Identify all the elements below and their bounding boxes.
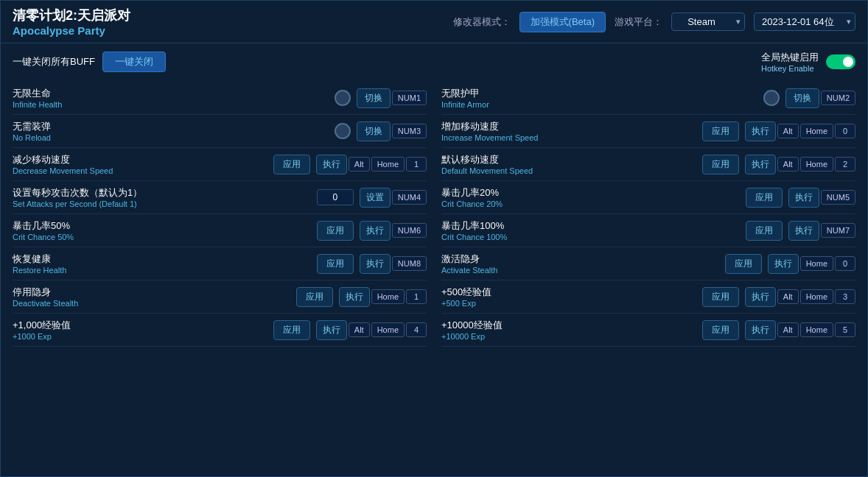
key-num1: NUM1 bbox=[392, 91, 427, 105]
attacks-input[interactable] bbox=[317, 189, 354, 205]
title-main: 清零计划2:天启派对 bbox=[13, 7, 130, 24]
feature-name-exp-10000: +10000经验值 +10000 Exp bbox=[441, 319, 696, 341]
exec-btn-restore-health[interactable]: 执行 bbox=[360, 254, 391, 274]
key-num5: NUM5 bbox=[821, 190, 855, 205]
content-area: 一键关闭所有BUFF 一键关闭 全局热键启用 Hotkey Enable 无限生… bbox=[1, 43, 867, 476]
apply-btn-exp-500[interactable]: 应用 bbox=[702, 287, 739, 307]
key-num2: NUM2 bbox=[821, 91, 855, 105]
key-group-deactivate-stealth: 执行 Home 1 bbox=[339, 287, 427, 307]
apply-btn-default-speed[interactable]: 应用 bbox=[702, 155, 739, 174]
key-group-activate-stealth: 执行 Home 0 bbox=[768, 254, 855, 274]
switch-btn-no-reload[interactable]: 切换 bbox=[357, 121, 391, 141]
exec-btn-default-speed[interactable]: 执行 bbox=[745, 155, 776, 174]
exec-btn-exp-500[interactable]: 执行 bbox=[745, 287, 776, 307]
global-controls: 一键关闭所有BUFF 一键关闭 全局热键启用 Hotkey Enable bbox=[13, 51, 855, 73]
key-home-is: Home bbox=[800, 124, 833, 138]
feature-name-activate-stealth: 激活隐身 Activate Stealth bbox=[441, 252, 719, 275]
key-group-no-reload: 切换 NUM3 bbox=[357, 121, 427, 141]
feature-activate-stealth: 激活隐身 Activate Stealth 应用 执行 Home 0 bbox=[441, 247, 855, 280]
toggle-no-reload[interactable] bbox=[335, 123, 351, 139]
mode-label: 修改器模式： bbox=[453, 15, 511, 29]
key-home-e100: Home bbox=[800, 322, 833, 337]
feature-crit-50: 暴击几率50% Crit Chance 50% 应用 执行 NUM6 bbox=[13, 214, 427, 247]
key-group-exp-500: 执行 Alt Home 3 bbox=[745, 287, 855, 307]
mode-button[interactable]: 加强模式(Beta) bbox=[519, 12, 606, 32]
key-group-crit-100: 执行 NUM7 bbox=[788, 221, 855, 241]
toggle-infinite-health[interactable] bbox=[335, 90, 351, 106]
key-home-e5: Home bbox=[800, 289, 833, 304]
exec-btn-deactivate-stealth[interactable]: 执行 bbox=[339, 287, 370, 307]
key-num7: NUM7 bbox=[821, 223, 855, 238]
key-group-exp-1000: 执行 Alt Home 4 bbox=[316, 320, 427, 340]
key-group-decrease-speed: 执行 Alt Home 1 bbox=[316, 155, 427, 174]
exec-btn-increase-speed[interactable]: 执行 bbox=[745, 121, 776, 141]
feature-name-exp-1000: +1,000经验值 +1000 Exp bbox=[13, 319, 267, 341]
key-alt-def: Alt bbox=[777, 157, 799, 172]
feature-name-crit-100: 暴击几率100% Crit Chance 100% bbox=[441, 219, 740, 241]
exec-btn-activate-stealth[interactable]: 执行 bbox=[768, 254, 799, 274]
key-home-e10: Home bbox=[371, 322, 405, 337]
key-home-def: Home bbox=[800, 157, 833, 172]
close-all-label: 一键关闭所有BUFF bbox=[13, 55, 95, 68]
key-0-as: 0 bbox=[835, 256, 855, 271]
close-all-area: 一键关闭所有BUFF 一键关闭 bbox=[13, 52, 166, 72]
hotkey-toggle[interactable] bbox=[826, 54, 855, 69]
key-group-infinite-armor: 切换 NUM2 bbox=[785, 88, 855, 108]
feature-name-increase-speed: 增加移动速度 Increase Movement Speed bbox=[441, 120, 696, 142]
feature-name-no-reload: 无需装弹 No Reload bbox=[13, 120, 329, 142]
apply-btn-activate-stealth[interactable]: 应用 bbox=[725, 254, 762, 274]
key-5-e100: 5 bbox=[835, 322, 855, 337]
feature-name-crit-50: 暴击几率50% Crit Chance 50% bbox=[13, 219, 311, 241]
close-all-button[interactable]: 一键关闭 bbox=[102, 52, 166, 72]
feature-infinite-armor: 无限护甲 Infinite Armor 切换 NUM2 bbox=[441, 82, 855, 115]
switch-btn-infinite-health[interactable]: 切换 bbox=[357, 88, 391, 108]
apply-btn-crit-20[interactable]: 应用 bbox=[746, 188, 783, 208]
key-home-as: Home bbox=[800, 256, 833, 271]
hotkey-labels: 全局热键启用 Hotkey Enable bbox=[761, 51, 819, 73]
platform-label: 游戏平台： bbox=[615, 15, 662, 29]
feature-name-attacks-per-second: 设置每秒攻击次数（默认为1） Set Attacks per Second (D… bbox=[13, 186, 311, 208]
apply-btn-crit-50[interactable]: 应用 bbox=[317, 221, 354, 241]
key-num8: NUM8 bbox=[392, 256, 427, 271]
top-bar: 清零计划2:天启派对 Apocalypse Party 修改器模式： 加强模式(… bbox=[1, 1, 867, 43]
exec-btn-exp-1000[interactable]: 执行 bbox=[316, 320, 347, 340]
feature-exp-10000: +10000经验值 +10000 Exp 应用 执行 Alt Home 5 bbox=[441, 314, 855, 347]
set-btn-attacks[interactable]: 设置 bbox=[360, 188, 391, 208]
key-group-restore-health: 执行 NUM8 bbox=[360, 254, 427, 274]
key-alt-e100: Alt bbox=[777, 322, 799, 337]
version-select-wrapper: 2023-12-01 64位 bbox=[754, 13, 855, 31]
toggle-infinite-armor[interactable] bbox=[763, 90, 780, 106]
key-group-crit-20: 执行 NUM5 bbox=[788, 188, 855, 208]
key-group-crit-50: 执行 NUM6 bbox=[360, 221, 427, 241]
feature-no-reload: 无需装弹 No Reload 切换 NUM3 bbox=[13, 115, 427, 148]
apply-btn-exp-10000[interactable]: 应用 bbox=[702, 320, 739, 340]
version-select[interactable]: 2023-12-01 64位 bbox=[754, 13, 855, 31]
key-alt-e5: Alt bbox=[777, 289, 799, 304]
hotkey-label-sub: Hotkey Enable bbox=[761, 64, 819, 73]
key-1-ds: 1 bbox=[406, 157, 427, 172]
key-home-ds: Home bbox=[371, 157, 405, 172]
exec-btn-decrease-speed[interactable]: 执行 bbox=[316, 155, 347, 174]
feature-name-infinite-armor: 无限护甲 Infinite Armor bbox=[441, 87, 757, 109]
key-group-default-speed: 执行 Alt Home 2 bbox=[745, 155, 855, 174]
key-2-def: 2 bbox=[835, 157, 855, 172]
apply-btn-deactivate-stealth[interactable]: 应用 bbox=[296, 287, 333, 307]
apply-btn-restore-health[interactable]: 应用 bbox=[317, 254, 354, 274]
apply-btn-increase-speed[interactable]: 应用 bbox=[702, 121, 739, 141]
switch-btn-infinite-armor[interactable]: 切换 bbox=[785, 88, 819, 108]
key-alt-ds: Alt bbox=[349, 157, 370, 172]
title-area: 清零计划2:天启派对 Apocalypse Party bbox=[13, 7, 130, 37]
platform-select[interactable]: Steam bbox=[671, 13, 745, 31]
apply-btn-exp-1000[interactable]: 应用 bbox=[273, 320, 310, 340]
key-num4: NUM4 bbox=[392, 190, 427, 205]
key-0-is: 0 bbox=[835, 124, 855, 138]
exec-btn-exp-10000[interactable]: 执行 bbox=[745, 320, 776, 340]
main-window: 清零计划2:天启派对 Apocalypse Party 修改器模式： 加强模式(… bbox=[0, 0, 868, 477]
exec-btn-crit-100[interactable]: 执行 bbox=[788, 221, 819, 241]
apply-btn-crit-100[interactable]: 应用 bbox=[746, 221, 783, 241]
key-group-exp-10000: 执行 Alt Home 5 bbox=[745, 320, 855, 340]
exec-btn-crit-20[interactable]: 执行 bbox=[788, 188, 819, 208]
exec-btn-crit-50[interactable]: 执行 bbox=[360, 221, 391, 241]
feature-name-infinite-health: 无限生命 Infinite Health bbox=[13, 87, 329, 109]
apply-btn-decrease-speed[interactable]: 应用 bbox=[273, 155, 310, 174]
